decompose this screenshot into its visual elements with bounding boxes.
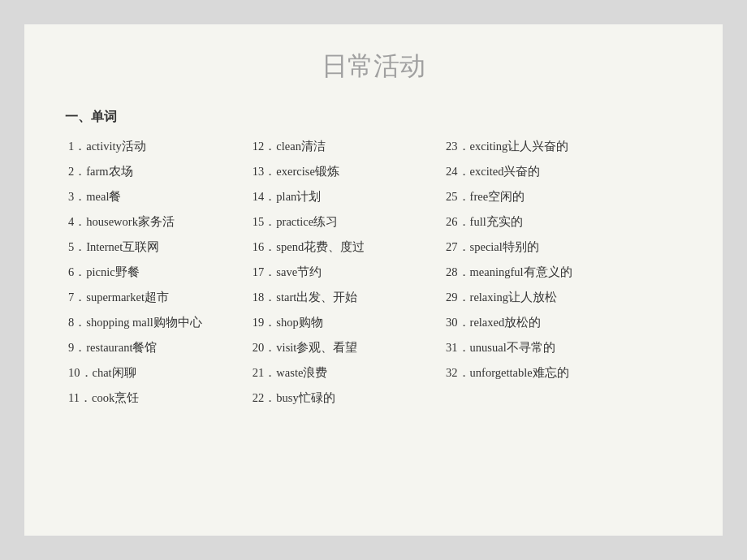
- vocab-col2-row10: 22．busy忙碌的: [249, 386, 443, 411]
- section-header: 一、单词: [65, 109, 682, 126]
- vocab-col2-row4: 16．spend花费、度过: [249, 235, 443, 260]
- vocab-col1-row4: 5．Internet互联网: [65, 235, 249, 260]
- vocab-col1-row0: 1．activity活动: [65, 134, 249, 159]
- vocab-col2-row0: 12．clean清洁: [249, 134, 443, 159]
- vocab-col3-row0: 23．exciting让人兴奋的: [443, 134, 682, 159]
- vocab-col1-row9: 10．chat闲聊: [65, 360, 249, 386]
- vocab-col2-row1: 13．exercise锻炼: [249, 159, 443, 184]
- vocab-col3-row6: 29．relaxing让人放松: [443, 285, 682, 310]
- vocab-col2-row8: 20．visit参观、看望: [249, 335, 443, 360]
- vocab-col1-row10: 11．cook烹饪: [65, 386, 249, 411]
- vocab-col1-row8: 9．restaurant餐馆: [65, 335, 249, 360]
- vocab-col1-row2: 3．meal餐: [65, 184, 249, 209]
- vocab-col3-row5: 28．meaningful有意义的: [443, 260, 682, 285]
- page-title: 日常活动: [65, 49, 682, 84]
- vocab-col1-row6: 7．supermarket超市: [65, 285, 249, 310]
- vocab-grid: 1．activity活动12．clean清洁23．exciting让人兴奋的2．…: [65, 134, 682, 411]
- vocab-col2-row2: 14．plan计划: [249, 184, 443, 209]
- vocab-col3-row7: 30．relaxed放松的: [443, 310, 682, 335]
- vocab-col3-row9: 32．unforgettable难忘的: [443, 360, 682, 386]
- vocab-col2-row7: 19．shop购物: [249, 310, 443, 335]
- vocab-col1-row5: 6．picnic野餐: [65, 260, 249, 285]
- vocab-col1-row7: 8．shopping mall购物中心: [65, 310, 249, 335]
- vocab-col3-row8: 31．unusual不寻常的: [443, 335, 682, 360]
- vocab-col1-row1: 2．farm农场: [65, 159, 249, 184]
- vocab-col3-row1: 24．excited兴奋的: [443, 159, 682, 184]
- vocab-col2-row3: 15．practice练习: [249, 209, 443, 235]
- vocab-col3-row2: 25．free空闲的: [443, 184, 682, 209]
- vocab-col3-row10: [443, 386, 682, 411]
- vocab-col3-row3: 26．full充实的: [443, 209, 682, 235]
- vocab-col1-row3: 4．housework家务活: [65, 209, 249, 235]
- vocab-col2-row9: 21．waste浪费: [249, 360, 443, 386]
- vocab-col3-row4: 27．special特别的: [443, 235, 682, 260]
- vocab-col2-row5: 17．save节约: [249, 260, 443, 285]
- page: 日常活动 一、单词 1．activity活动12．clean清洁23．excit…: [24, 24, 723, 536]
- vocab-col2-row6: 18．start出发、开始: [249, 285, 443, 310]
